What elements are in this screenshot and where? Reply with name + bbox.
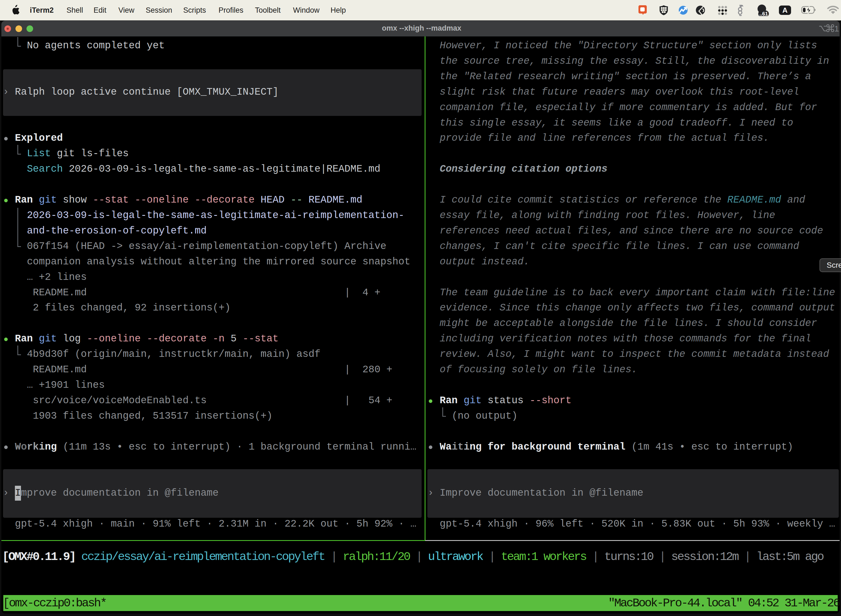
svg-text:1: 1 xyxy=(834,24,839,33)
svg-text:..61: ..61 xyxy=(759,11,768,16)
